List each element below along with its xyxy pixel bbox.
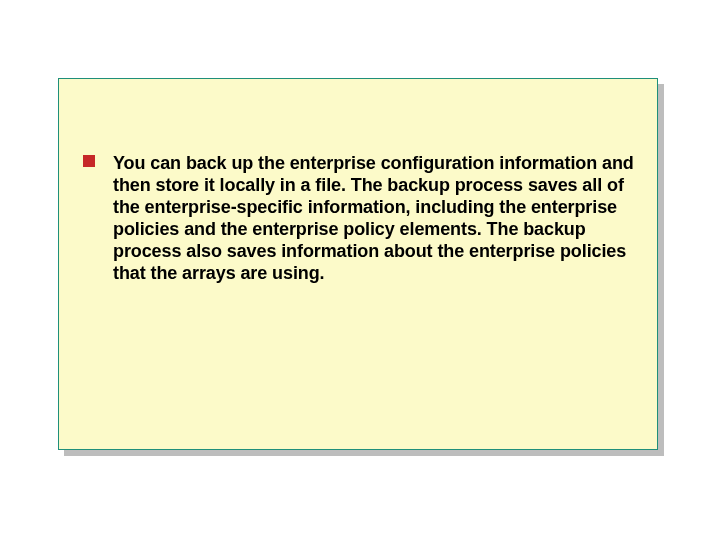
slide-stage: You can back up the enterprise configura… xyxy=(0,0,720,540)
content-panel: You can back up the enterprise configura… xyxy=(58,78,658,450)
square-bullet-icon xyxy=(83,155,95,167)
bullet-row: You can back up the enterprise configura… xyxy=(83,153,639,285)
bullet-text: You can back up the enterprise configura… xyxy=(113,153,639,285)
